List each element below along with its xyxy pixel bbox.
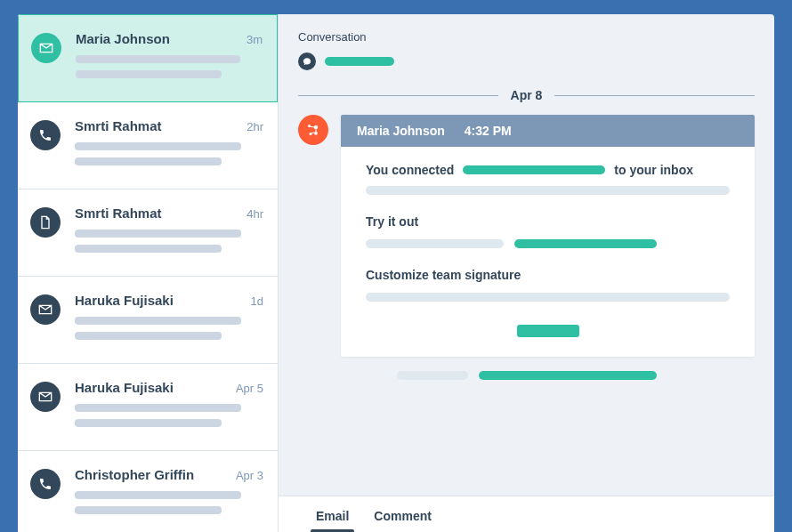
conversation-pane: Conversation Apr 8 Maria Johnson 4:32 PM [279,14,774,532]
placeholder-line [75,419,222,427]
conversation-list: Maria Johnson 3m Smrti Rahmat 2hr [18,14,279,532]
conversation-item-0[interactable]: Maria Johnson 3m [18,14,278,102]
item-time: Apr 3 [236,469,263,482]
placeholder-line [75,157,222,165]
phone-icon [30,120,61,150]
item-time: 4hr [246,207,263,221]
placeholder-line [75,317,241,325]
cta-button-placeholder[interactable] [517,325,579,337]
item-name: Maria Johnson [76,31,170,46]
hubspot-icon [298,115,328,145]
mail-icon [30,294,61,325]
message-card-header: Maria Johnson 4:32 PM [341,115,755,147]
item-name: Christopher Griffin [75,467,194,482]
message-time: 4:32 PM [465,124,512,138]
tab-email[interactable]: Email [316,509,349,532]
conversation-title: Conversation [298,30,755,44]
below-card-bars [279,357,774,380]
placeholder-bar [397,371,468,380]
placeholder-line [75,506,222,514]
composer: Email Comment [279,496,774,532]
doc-icon [30,207,61,238]
placeholder-line [75,142,241,150]
mail-icon [31,33,61,63]
tab-comment[interactable]: Comment [374,509,432,532]
item-name: Haruka Fujisaki [75,380,174,395]
app-shell: Maria Johnson 3m Smrti Rahmat 2hr [18,14,774,532]
placeholder-line [75,404,241,412]
placeholder-line [76,70,222,78]
item-time: Apr 5 [236,382,263,395]
conversation-item-3[interactable]: Haruka Fujisaki 1d [18,277,278,364]
date-label: Apr 8 [511,88,543,102]
svg-point-3 [314,132,318,135]
placeholder-bar [366,293,730,302]
placeholder-bar [463,165,605,174]
conversation-header: Conversation [279,14,774,79]
line1-suffix: to your inbox [614,163,693,177]
placeholder-bar [514,239,657,248]
date-divider: Apr 8 [279,79,774,115]
placeholder-bar [366,239,504,248]
line1-prefix: You connected [366,163,454,177]
item-time: 2hr [246,120,263,133]
message-card-body: You connected to your inbox Try it out C… [341,147,755,357]
conversation-item-2[interactable]: Smrti Rahmat 4hr [18,189,278,277]
conversation-item-1[interactable]: Smrti Rahmat 2hr [18,102,278,189]
item-name: Haruka Fujisaki [75,293,174,308]
conversation-item-5[interactable]: Christopher Griffin Apr 3 [18,451,278,532]
conversation-item-4[interactable]: Haruka Fujisaki Apr 5 [18,364,278,451]
item-time: 3m [246,33,263,46]
item-time: 1d [251,294,263,308]
placeholder-bar [325,57,394,66]
placeholder-line [75,230,241,238]
placeholder-line [76,55,240,63]
message-row: Maria Johnson 4:32 PM You connected to y… [279,115,774,357]
phone-icon [30,469,61,499]
placeholder-bar [366,186,730,195]
item-name: Smrti Rahmat [75,206,162,221]
placeholder-line [75,491,241,499]
chat-icon [298,52,316,70]
section-try-it-out: Try it out [366,214,730,229]
item-name: Smrti Rahmat [75,118,162,133]
mail-icon [30,382,61,412]
message-card[interactable]: Maria Johnson 4:32 PM You connected to y… [341,115,755,357]
placeholder-line [75,332,222,340]
placeholder-bar [479,371,657,380]
section-customize-signature: Customize team signature [366,268,730,282]
composer-tabs: Email Comment [298,509,755,532]
placeholder-line [75,245,222,253]
message-sender: Maria Johnson [357,124,445,138]
